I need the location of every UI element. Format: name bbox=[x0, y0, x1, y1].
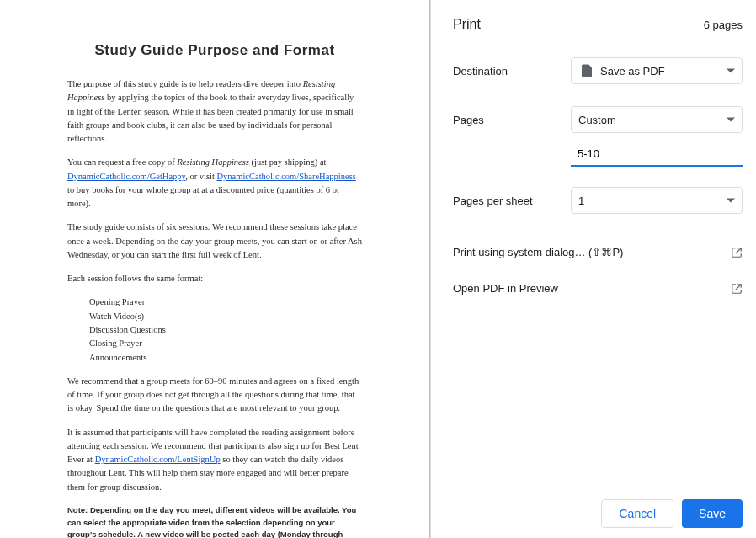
pages-per-sheet-value: 1 bbox=[578, 194, 584, 207]
destination-value: Save as PDF bbox=[600, 65, 665, 77]
external-link-icon bbox=[731, 247, 743, 258]
print-preview-pane: Study Guide Purpose and Format The purpo… bbox=[0, 0, 429, 538]
doc-note: Note: Depending on the day you meet, dif… bbox=[67, 504, 362, 538]
pdf-file-icon bbox=[578, 62, 595, 79]
destination-label: Destination bbox=[453, 65, 571, 77]
chevron-down-icon bbox=[727, 69, 735, 73]
doc-link[interactable]: DynamicCatholic.com/ShareHappiness bbox=[217, 172, 356, 181]
pages-per-sheet-row: Pages per sheet 1 bbox=[453, 185, 743, 216]
settings-header: Print 6 pages bbox=[453, 17, 743, 32]
doc-link[interactable]: DynamicCatholic.com/GetHappy bbox=[67, 172, 185, 181]
chevron-down-icon bbox=[727, 118, 735, 122]
settings-title: Print bbox=[453, 17, 481, 32]
list-item: Closing Prayer bbox=[89, 337, 362, 350]
doc-paragraph: It is assumed that participants will hav… bbox=[67, 426, 362, 494]
pages-mode-value: Custom bbox=[578, 114, 616, 126]
pages-range-input[interactable] bbox=[571, 141, 743, 167]
pages-per-sheet-select[interactable]: 1 bbox=[571, 187, 743, 214]
document-page: Study Guide Purpose and Format The purpo… bbox=[42, 25, 387, 538]
list-item: Opening Prayer bbox=[89, 296, 362, 309]
pages-input-row bbox=[453, 141, 743, 167]
list-item: Announcements bbox=[89, 351, 362, 365]
pages-label: Pages bbox=[453, 114, 571, 126]
settings-footer: Cancel Save bbox=[453, 489, 743, 528]
open-pdf-label: Open PDF in Preview bbox=[453, 282, 558, 295]
save-button[interactable]: Save bbox=[682, 499, 743, 528]
doc-paragraph: We recommend that a group meets for 60–9… bbox=[67, 375, 362, 416]
doc-link[interactable]: DynamicCatholic.com/LentSignUp bbox=[95, 455, 221, 464]
doc-title: Study Guide Purpose and Format bbox=[67, 42, 362, 59]
doc-paragraph: The purpose of this study guide is to he… bbox=[67, 77, 362, 146]
doc-list: Opening Prayer Watch Video(s) Discussion… bbox=[89, 296, 362, 364]
doc-paragraph: The study guide consists of six sessions… bbox=[67, 221, 362, 262]
list-item: Discussion Questions bbox=[89, 323, 362, 337]
system-dialog-label: Print using system dialog… (⇧⌘P) bbox=[453, 246, 623, 258]
chevron-down-icon bbox=[727, 199, 735, 203]
pages-per-sheet-label: Pages per sheet bbox=[453, 194, 571, 207]
cancel-button[interactable]: Cancel bbox=[601, 499, 673, 528]
open-pdf-link[interactable]: Open PDF in Preview bbox=[453, 270, 743, 306]
print-settings-pane: Print 6 pages Destination Save as PDF Pa… bbox=[431, 0, 756, 538]
system-dialog-link[interactable]: Print using system dialog… (⇧⌘P) bbox=[453, 234, 743, 270]
external-link-icon bbox=[731, 283, 743, 295]
list-item: Watch Video(s) bbox=[89, 310, 362, 323]
pages-row: Pages Custom bbox=[453, 104, 743, 135]
page-count: 6 pages bbox=[704, 19, 743, 31]
pages-mode-select[interactable]: Custom bbox=[571, 106, 743, 133]
destination-row: Destination Save as PDF bbox=[453, 56, 743, 86]
destination-select[interactable]: Save as PDF bbox=[571, 57, 743, 84]
doc-paragraph: Each session follows the same format: bbox=[67, 272, 362, 285]
doc-paragraph: You can request a free copy of Resisting… bbox=[67, 156, 362, 210]
